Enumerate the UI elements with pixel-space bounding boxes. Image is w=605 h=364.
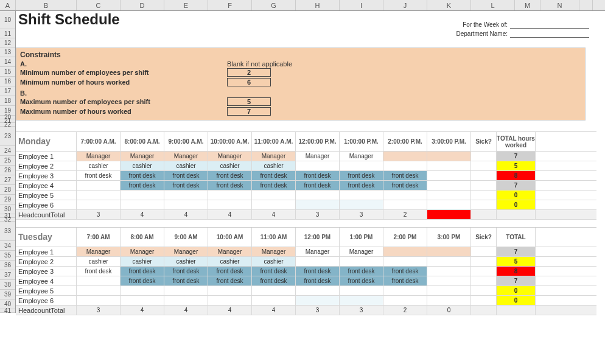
shift-cell[interactable]: front desk (296, 171, 340, 180)
shift-cell[interactable] (77, 286, 121, 295)
shift-cell[interactable] (252, 191, 296, 200)
row-header-13[interactable]: 13 (0, 47, 15, 57)
shift-cell[interactable]: front desk (340, 181, 383, 190)
shift-cell[interactable] (383, 247, 427, 256)
col-header-I[interactable]: I (340, 0, 383, 10)
shift-cell[interactable]: cashier (164, 257, 208, 266)
shift-cell[interactable] (383, 161, 427, 170)
shift-cell[interactable] (77, 191, 121, 200)
shift-cell[interactable]: front desk (208, 276, 252, 285)
shift-cell[interactable] (208, 191, 252, 200)
shift-cell[interactable] (427, 247, 471, 256)
meta-dept-input[interactable] (510, 30, 589, 38)
shift-cell[interactable]: cashier (164, 161, 208, 170)
sick-cell[interactable] (471, 276, 497, 285)
col-header-N[interactable]: N (540, 0, 579, 10)
shift-cell[interactable]: front desk (252, 171, 296, 180)
max-hrs-value[interactable]: 7 (227, 107, 271, 116)
employee-name[interactable]: Employee 1 (16, 152, 77, 161)
shift-cell[interactable]: Manager (340, 247, 383, 256)
shift-cell[interactable] (427, 152, 471, 161)
row-header-17[interactable]: 17 (0, 86, 15, 96)
shift-cell[interactable] (164, 296, 208, 305)
shift-cell[interactable] (427, 276, 471, 285)
shift-cell[interactable] (340, 286, 383, 295)
shift-cell[interactable] (208, 296, 252, 305)
row-header-39[interactable]: 39 (0, 290, 15, 299)
shift-cell[interactable] (383, 191, 427, 200)
shift-cell[interactable] (208, 200, 252, 209)
col-header-M[interactable]: M (515, 0, 540, 10)
shift-cell[interactable]: front desk (340, 171, 383, 180)
shift-cell[interactable] (427, 267, 471, 276)
shift-cell[interactable]: Manager (340, 152, 383, 161)
col-header-K[interactable]: K (427, 0, 471, 10)
shift-cell[interactable]: cashier (121, 161, 164, 170)
shift-cell[interactable]: Manager (208, 247, 252, 256)
shift-cell[interactable]: front desk (121, 267, 164, 276)
shift-cell[interactable]: Manager (252, 152, 296, 161)
shift-cell[interactable] (427, 181, 471, 190)
shift-cell[interactable]: front desk (164, 171, 208, 180)
employee-name[interactable]: Employee 5 (16, 286, 77, 295)
shift-cell[interactable] (383, 200, 427, 209)
shift-cell[interactable] (427, 296, 471, 305)
sick-cell[interactable] (471, 171, 497, 180)
row-header-37[interactable]: 37 (0, 270, 15, 280)
row-header-11[interactable]: 11 (0, 29, 15, 38)
employee-name[interactable]: Employee 1 (16, 247, 77, 256)
shift-cell[interactable] (383, 257, 427, 266)
employee-name[interactable]: Employee 4 (16, 181, 77, 190)
shift-cell[interactable]: Manager (164, 152, 208, 161)
sick-cell[interactable] (471, 247, 497, 256)
shift-cell[interactable] (383, 296, 427, 305)
shift-cell[interactable] (77, 276, 121, 285)
shift-cell[interactable]: front desk (383, 267, 427, 276)
sick-cell[interactable] (471, 161, 497, 170)
shift-cell[interactable] (296, 200, 340, 209)
shift-cell[interactable]: front desk (121, 171, 164, 180)
shift-cell[interactable] (427, 161, 471, 170)
shift-cell[interactable] (164, 200, 208, 209)
col-header-C[interactable]: C (77, 0, 121, 10)
shift-cell[interactable]: cashier (77, 161, 121, 170)
shift-cell[interactable]: front desk (252, 181, 296, 190)
row-header-16[interactable]: 16 (0, 77, 15, 86)
row-header-36[interactable]: 36 (0, 261, 15, 270)
shift-cell[interactable]: front desk (208, 171, 252, 180)
min-hrs-value[interactable]: 6 (227, 78, 271, 86)
row-header-26[interactable]: 26 (0, 166, 15, 175)
shift-cell[interactable]: cashier (252, 257, 296, 266)
shift-cell[interactable] (164, 286, 208, 295)
col-header-x[interactable] (579, 0, 593, 10)
col-header-L[interactable]: L (471, 0, 515, 10)
shift-cell[interactable] (340, 161, 383, 170)
sick-cell[interactable] (471, 257, 497, 266)
shift-cell[interactable] (208, 286, 252, 295)
shift-cell[interactable] (77, 181, 121, 190)
shift-cell[interactable]: front desk (296, 181, 340, 190)
col-header-J[interactable]: J (383, 0, 427, 10)
row-header-34[interactable]: 34 (0, 241, 15, 251)
shift-cell[interactable] (383, 286, 427, 295)
shift-cell[interactable]: Manager (164, 247, 208, 256)
col-header-H[interactable]: H (296, 0, 340, 10)
shift-cell[interactable]: front desk (383, 276, 427, 285)
shift-cell[interactable]: Manager (208, 152, 252, 161)
sick-cell[interactable] (471, 191, 497, 200)
col-header-D[interactable]: D (121, 0, 164, 10)
shift-cell[interactable] (296, 296, 340, 305)
shift-cell[interactable]: Manager (252, 247, 296, 256)
row-header-33[interactable]: 33 (0, 222, 15, 241)
shift-cell[interactable] (340, 200, 383, 209)
shift-cell[interactable] (164, 191, 208, 200)
employee-name[interactable]: Employee 6 (16, 296, 77, 305)
sick-cell[interactable] (471, 296, 497, 305)
col-header-E[interactable]: E (164, 0, 208, 10)
row-header-41[interactable]: 41 (0, 309, 15, 313)
row-header-29[interactable]: 29 (0, 195, 15, 205)
shift-cell[interactable]: front desk (164, 276, 208, 285)
shift-cell[interactable]: front desk (383, 181, 427, 190)
row-header-27[interactable]: 27 (0, 175, 15, 185)
shift-cell[interactable] (77, 200, 121, 209)
